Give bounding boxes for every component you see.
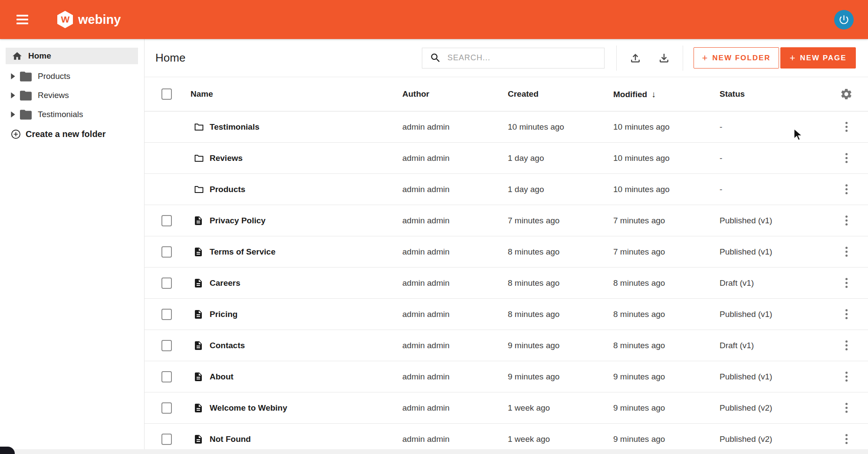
folder-tree-sidebar: Home Products Reviews Testimonials — [0, 39, 145, 454]
folder-icon — [20, 110, 32, 120]
page-file-icon — [193, 402, 204, 414]
row-actions-menu-button[interactable] — [833, 340, 868, 350]
table-row[interactable]: Careers admin admin 8 minutes ago 8 minu… — [145, 268, 868, 299]
table-row[interactable]: Products admin admin 1 day ago 10 minute… — [145, 174, 868, 205]
plus-icon: + — [702, 52, 707, 64]
row-checkbox[interactable] — [161, 278, 172, 289]
row-checkbox[interactable] — [161, 371, 172, 382]
sidebar-item-home[interactable]: Home — [6, 48, 138, 64]
user-avatar[interactable] — [834, 10, 854, 29]
row-author: admin admin — [402, 434, 508, 444]
column-header-status[interactable]: Status — [720, 89, 833, 99]
row-author: admin admin — [402, 216, 508, 225]
row-modified: 7 minutes ago — [613, 216, 720, 225]
table-row[interactable]: Pricing admin admin 8 minutes ago 8 minu… — [145, 299, 868, 330]
folder-icon — [193, 122, 205, 132]
chevron-right-icon — [10, 111, 16, 118]
row-modified: 7 minutes ago — [613, 247, 720, 257]
table-row[interactable]: Reviews admin admin 1 day ago 10 minutes… — [145, 143, 868, 174]
import-button[interactable] — [624, 47, 647, 69]
search-icon — [430, 52, 441, 64]
row-actions-menu-button[interactable] — [833, 153, 868, 163]
column-header-name[interactable]: Name — [176, 89, 402, 99]
row-created: 9 minutes ago — [508, 341, 613, 350]
row-checkbox[interactable] — [161, 340, 172, 351]
sidebar-item-label: Home — [28, 51, 51, 61]
row-checkbox[interactable] — [161, 434, 172, 445]
row-modified: 8 minutes ago — [613, 278, 720, 288]
sidebar-item-products[interactable]: Products — [0, 67, 144, 86]
row-status: Published (v1) — [720, 247, 833, 257]
webiny-hexagon-icon: W — [57, 11, 73, 28]
divider — [683, 46, 683, 71]
row-status: Published (v2) — [720, 403, 833, 413]
row-actions-menu-button[interactable] — [833, 278, 868, 288]
row-actions-menu-button[interactable] — [833, 434, 868, 444]
table-row[interactable]: Welcome to Webiny admin admin 1 week ago… — [145, 392, 868, 424]
row-name: Terms of Service — [210, 247, 402, 257]
sidebar-item-reviews[interactable]: Reviews — [0, 86, 144, 105]
sidebar-item-testimonials[interactable]: Testimonials — [0, 105, 144, 124]
row-author: admin admin — [402, 372, 508, 382]
page-title: Home — [155, 51, 185, 65]
folder-icon — [193, 153, 205, 163]
column-header-modified[interactable]: Modified↓ — [613, 89, 720, 99]
bottom-scroll-strip[interactable] — [0, 449, 868, 454]
row-author: admin admin — [402, 341, 508, 350]
select-all-checkbox[interactable] — [161, 88, 172, 100]
column-header-created[interactable]: Created — [508, 89, 613, 99]
table-body: Testimonials admin admin 10 minutes ago … — [145, 111, 868, 454]
table-row[interactable]: Privacy Policy admin admin 7 minutes ago… — [145, 205, 868, 236]
row-checkbox[interactable] — [161, 402, 172, 414]
sidebar-item-label: Reviews — [38, 91, 69, 100]
table-header: Name Author Created Modified↓ Status — [145, 77, 868, 111]
row-actions-menu-button[interactable] — [833, 247, 868, 257]
row-checkbox[interactable] — [161, 215, 172, 226]
new-folder-label: NEW FOLDER — [712, 54, 770, 62]
home-icon — [12, 51, 23, 62]
row-actions-menu-button[interactable] — [833, 309, 868, 319]
row-created: 1 week ago — [508, 434, 613, 444]
page-file-icon — [193, 371, 204, 383]
row-name: Privacy Policy — [210, 216, 402, 225]
page-file-icon — [193, 246, 204, 258]
row-actions-menu-button[interactable] — [833, 122, 868, 132]
create-new-folder-button[interactable]: Create a new folder — [0, 129, 144, 139]
power-icon — [838, 14, 850, 26]
main-content: Home — [145, 39, 868, 454]
webiny-logo[interactable]: W webiny — [57, 11, 121, 28]
row-actions-menu-button[interactable] — [833, 216, 868, 225]
search-input[interactable] — [447, 53, 591, 62]
row-name: Careers — [210, 278, 402, 288]
page-file-icon — [193, 433, 204, 445]
row-actions-menu-button[interactable] — [833, 403, 868, 413]
row-created: 1 day ago — [508, 185, 613, 194]
table-settings-button[interactable] — [833, 88, 868, 101]
column-header-author[interactable]: Author — [402, 89, 508, 99]
table-row[interactable]: Contacts admin admin 9 minutes ago 8 min… — [145, 330, 868, 361]
table-row[interactable]: Testimonials admin admin 10 minutes ago … — [145, 111, 868, 143]
row-created: 9 minutes ago — [508, 372, 613, 382]
row-status: Published (v1) — [720, 310, 833, 319]
row-actions-menu-button[interactable] — [833, 372, 868, 382]
row-author: admin admin — [402, 310, 508, 319]
new-page-button[interactable]: + NEW PAGE — [780, 47, 856, 69]
folder-icon — [20, 91, 32, 101]
row-checkbox[interactable] — [161, 246, 172, 258]
row-modified: 9 minutes ago — [613, 372, 720, 382]
export-button[interactable] — [653, 47, 675, 69]
row-checkbox[interactable] — [161, 309, 172, 320]
new-folder-button[interactable]: + NEW FOLDER — [694, 47, 779, 69]
row-name: Reviews — [210, 154, 402, 163]
logo-letter: W — [61, 14, 69, 25]
row-modified: 9 minutes ago — [613, 403, 720, 413]
table-row[interactable]: About admin admin 9 minutes ago 9 minute… — [145, 361, 868, 392]
row-name: Not Found — [210, 434, 402, 444]
download-icon — [658, 52, 671, 65]
row-created: 8 minutes ago — [508, 278, 613, 288]
row-actions-menu-button[interactable] — [833, 184, 868, 194]
table-row[interactable]: Terms of Service admin admin 8 minutes a… — [145, 236, 868, 268]
hamburger-menu-icon[interactable] — [16, 11, 36, 28]
row-name: Pricing — [210, 310, 402, 319]
app-top-bar: W webiny — [0, 0, 868, 39]
